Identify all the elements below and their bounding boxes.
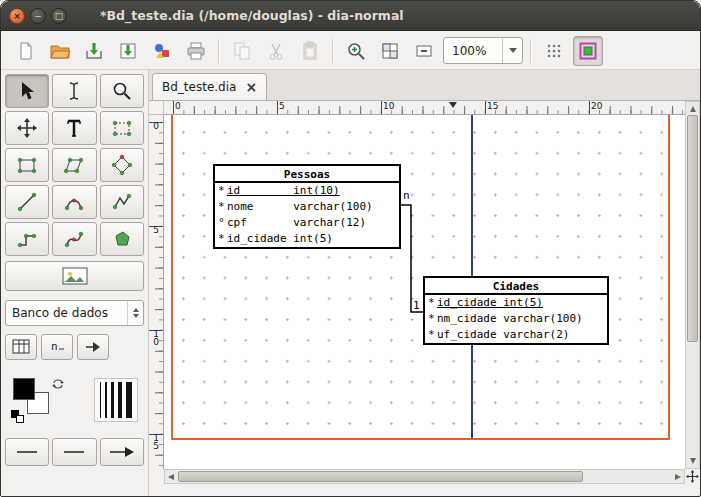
new-diagram-button[interactable]: [11, 36, 41, 66]
diagram-canvas[interactable]: n 1 Pessoas * id int(10) * nome varchar(…: [164, 115, 685, 469]
line-width-3[interactable]: [111, 382, 114, 418]
diagram-properties-button[interactable]: [147, 36, 177, 66]
export-diagram-button[interactable]: [113, 36, 143, 66]
tool-bezierline-button[interactable]: [52, 222, 96, 256]
tool-magnify-button[interactable]: [100, 74, 144, 108]
main-toolbar: 100%: [1, 32, 700, 70]
attr-text: uf_cidade varchar(2): [437, 327, 569, 343]
zoom-out-button[interactable]: [409, 36, 439, 66]
tool-polygon-button[interactable]: [52, 148, 96, 182]
tab-bd-teste[interactable]: Bd_teste.dia ×: [152, 73, 267, 100]
pan-corner[interactable]: [685, 469, 700, 484]
arc-icon: [63, 191, 85, 213]
line-width-5[interactable]: [126, 382, 132, 418]
snap-to-grid-button[interactable]: [539, 36, 569, 66]
titlebar[interactable]: × − □ *Bd_teste.dia (/home/douglas) - di…: [1, 1, 700, 31]
entity-attribute: * id_cidade int(5): [425, 295, 607, 311]
zigzag-line-icon: [111, 191, 133, 213]
tab-close-icon[interactable]: ×: [245, 80, 257, 94]
cut-button[interactable]: [261, 36, 291, 66]
zoom-in-button[interactable]: [341, 36, 371, 66]
magnifier-icon: [111, 80, 133, 102]
line-width-2[interactable]: [105, 382, 107, 418]
tool-line-button[interactable]: [5, 185, 49, 219]
tool-text-button[interactable]: [52, 111, 96, 145]
minimize-button[interactable]: −: [30, 8, 46, 24]
snap-objects-icon: [579, 42, 597, 60]
tool-zigzagline-button[interactable]: [100, 185, 144, 219]
shape-table-button[interactable]: [5, 334, 37, 360]
entity-attribute: * id int(10): [215, 183, 399, 199]
ruler-label: 5: [151, 225, 161, 233]
copy-button[interactable]: [227, 36, 257, 66]
entity-attribute: * uf_cidade varchar(2): [425, 327, 607, 343]
horizontal-scrollbar-thumb[interactable]: [178, 471, 583, 482]
tool-outline-button[interactable]: [100, 222, 144, 256]
ruler-label: 15: [151, 433, 161, 449]
ruler-pointer-marker: [449, 102, 457, 108]
scroll-up-icon[interactable]: [690, 106, 696, 112]
begin-arrow-button[interactable]: [52, 438, 96, 466]
sheet-selector-spinner[interactable]: [127, 301, 143, 325]
printer-icon: [185, 41, 207, 61]
entity-attribute: * nome varchar(100): [215, 199, 399, 215]
ruler-label: 0: [151, 121, 161, 129]
attr-prefix: *: [428, 327, 437, 343]
tool-beziergon-button[interactable]: [100, 148, 144, 182]
toolbar-separator: [218, 39, 220, 63]
tool-image-button[interactable]: [5, 261, 144, 291]
zoom-combo-arrow[interactable]: [502, 38, 522, 63]
vertical-scrollbar[interactable]: [685, 101, 700, 469]
tool-arc-button[interactable]: [52, 185, 96, 219]
tool-scroll-button[interactable]: [5, 111, 49, 145]
attr-text: id_cidade int(5): [227, 231, 333, 247]
open-diagram-button[interactable]: [45, 36, 75, 66]
line-width-4[interactable]: [118, 382, 122, 418]
line-width-1[interactable]: [100, 382, 101, 418]
entity-pessoas[interactable]: Pessoas * id int(10) * nome varchar(100)…: [213, 164, 401, 249]
paste-button[interactable]: [295, 36, 325, 66]
attr-prefix: *: [428, 311, 437, 327]
tool-rectangle-button[interactable]: [5, 148, 49, 182]
snap-to-objects-button[interactable]: [573, 36, 603, 66]
close-button[interactable]: ×: [9, 8, 25, 24]
line-width-selector[interactable]: [94, 378, 138, 422]
maximize-button[interactable]: □: [51, 8, 67, 24]
foreground-color-swatch[interactable]: [13, 378, 35, 400]
ruler-label: 10: [383, 101, 394, 111]
scroll-left-icon[interactable]: [168, 474, 174, 480]
default-colors-icon[interactable]: [16, 415, 24, 423]
zoom-combo[interactable]: 100%: [443, 37, 523, 64]
toolbar-separator: [332, 39, 334, 63]
shape-reference-button[interactable]: n: [41, 334, 73, 360]
end-arrow-button[interactable]: [100, 438, 144, 466]
line-style-button[interactable]: [5, 438, 49, 466]
ruler-label: 10: [151, 329, 161, 345]
tool-textedit-button[interactable]: [52, 74, 96, 108]
toolbar-separator: [530, 39, 532, 63]
sheet-selector[interactable]: Banco de dados: [5, 300, 144, 326]
scroll-down-icon[interactable]: [690, 458, 696, 464]
tool-polyline-button[interactable]: [5, 222, 49, 256]
ruler-label: 0: [175, 101, 181, 111]
zoom-fit-button[interactable]: [375, 36, 405, 66]
multiplicity-1: 1: [413, 299, 420, 312]
swap-colors-button[interactable]: [51, 376, 65, 395]
horizontal-scrollbar[interactable]: [164, 469, 685, 484]
shape-compound-button[interactable]: [77, 334, 109, 360]
entity-cidades[interactable]: Cidades * id_cidade int(5) * nm_cidade v…: [423, 276, 609, 345]
dashed-box-icon: [111, 117, 133, 139]
move-cross-icon: [16, 117, 38, 139]
reference-connector[interactable]: [401, 205, 423, 312]
export-icon: [118, 41, 138, 61]
scroll-right-icon[interactable]: [675, 474, 681, 480]
tool-box-button[interactable]: [100, 111, 144, 145]
vertical-scrollbar-thumb[interactable]: [687, 115, 698, 342]
attr-prefix: *: [218, 199, 227, 215]
tool-modify-button[interactable]: [5, 74, 49, 108]
window-title: *Bd_teste.dia (/home/douglas) - dia-norm…: [100, 8, 404, 23]
save-diagram-button[interactable]: [79, 36, 109, 66]
vertical-ruler: 0 5 10 15: [149, 115, 164, 469]
print-button[interactable]: [181, 36, 211, 66]
svg-text:n: n: [51, 340, 58, 353]
